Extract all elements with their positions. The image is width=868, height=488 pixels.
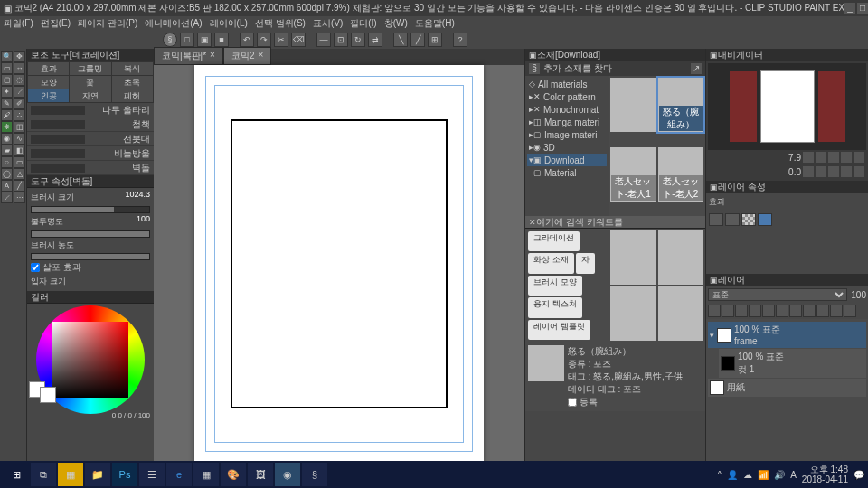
layer-item[interactable]: 用紙 xyxy=(708,379,866,397)
gradient-tool[interactable]: ◧ xyxy=(14,145,25,156)
menu-window[interactable]: 창(W) xyxy=(384,17,408,30)
layer-item[interactable]: 100 % 표준컷 1 xyxy=(719,349,866,378)
layer-item[interactable]: ▾ 100 % 표준frame xyxy=(708,322,866,348)
snap-icon[interactable]: ⊞ xyxy=(428,33,442,47)
correct-tool[interactable]: ⟋ xyxy=(1,192,13,203)
tab-close-icon[interactable]: × xyxy=(210,50,215,62)
zoom-tool[interactable]: 🔍 xyxy=(1,51,13,62)
fill-tool[interactable]: ▰ xyxy=(1,145,13,156)
undo-button[interactable]: ↶ xyxy=(240,33,254,47)
rotate-icon[interactable]: ↻ xyxy=(351,33,365,47)
layer-tool-icon[interactable] xyxy=(844,305,856,317)
taskbar-clock[interactable]: 오후 1:48 2018-04-11 xyxy=(802,465,848,484)
canvas-area[interactable] xyxy=(154,65,524,463)
material-thumb[interactable] xyxy=(610,286,656,341)
material-thumb[interactable] xyxy=(610,230,656,285)
wand-tool[interactable]: ✦ xyxy=(1,86,13,98)
layer-move-tool[interactable]: ↔ xyxy=(14,62,25,74)
page[interactable] xyxy=(194,65,484,463)
nav-rotate-right-icon[interactable] xyxy=(816,166,826,177)
operation-tool[interactable]: ▭ xyxy=(1,62,13,74)
nav-rotate-left-icon[interactable] xyxy=(803,166,814,177)
pen-tool[interactable]: ✎ xyxy=(1,98,13,109)
tray-people-icon[interactable]: 👤 xyxy=(727,470,738,480)
blend-mode-select[interactable]: 표준 xyxy=(708,288,847,301)
color-swatches[interactable] xyxy=(29,381,56,403)
brush-item[interactable]: 전봇대 xyxy=(27,132,154,146)
zoom-fit-icon[interactable]: ⊡ xyxy=(334,33,348,47)
effect-tone-icon[interactable] xyxy=(725,213,740,226)
line-tool[interactable]: ╱ xyxy=(14,180,25,192)
taskbar-app[interactable]: 🖼 xyxy=(248,463,273,486)
taskbar-app[interactable]: ☰ xyxy=(139,463,165,486)
move-tool[interactable]: ✥ xyxy=(14,51,25,62)
subtool-tab[interactable]: 인공 xyxy=(28,89,69,102)
subtool-tab[interactable]: 폐허 xyxy=(112,89,153,102)
menu-file[interactable]: 파일(F) xyxy=(4,17,33,30)
layer-tool-icon[interactable] xyxy=(816,305,829,317)
effect-color-icon[interactable] xyxy=(758,213,772,226)
material-thumb[interactable]: 老人セット-老人1 xyxy=(610,147,656,202)
material-thumb[interactable] xyxy=(658,230,704,285)
taskbar-app[interactable]: ▦ xyxy=(193,463,219,486)
taskbar-app[interactable]: e xyxy=(166,463,192,486)
flip-icon[interactable]: ⇄ xyxy=(368,33,382,47)
maximize-button[interactable]: □ xyxy=(857,3,868,14)
nav-icon[interactable] xyxy=(854,166,864,177)
tag-chip[interactable]: 화상 소재 xyxy=(528,253,574,273)
document-tab[interactable]: 코믹2× xyxy=(223,47,271,65)
register-checkbox[interactable]: 등록 xyxy=(568,396,683,408)
cut-button[interactable]: ✂ xyxy=(274,33,288,47)
new-button[interactable]: □ xyxy=(180,33,194,47)
opacity-slider[interactable] xyxy=(31,230,150,238)
ruler-icon[interactable]: ╲ xyxy=(393,33,408,47)
redo-button[interactable]: ↷ xyxy=(257,33,271,47)
nav-zoom-in-icon[interactable] xyxy=(816,152,826,163)
brush-size-value[interactable]: 1024.3 xyxy=(125,190,150,205)
text-tool[interactable]: A xyxy=(1,180,13,192)
figure-tool[interactable]: ○ xyxy=(1,156,13,168)
misc-tool[interactable]: ⋯ xyxy=(14,192,25,203)
subtool-tab[interactable]: 꽃 xyxy=(70,76,110,89)
notification-icon[interactable]: 💬 xyxy=(854,470,864,480)
airbrush-tool[interactable]: ∴ xyxy=(14,109,25,121)
menu-selection[interactable]: 선택 범위(S) xyxy=(255,17,306,30)
tree-item[interactable]: ▸◉ 3D xyxy=(527,141,607,154)
pencil-tool[interactable]: ✐ xyxy=(14,98,25,109)
menu-edit[interactable]: 편집(E) xyxy=(41,17,71,30)
menu-layer[interactable]: 레이어(L) xyxy=(210,17,248,30)
taskbar-app[interactable]: ◉ xyxy=(275,463,300,486)
tag-chip[interactable]: 용지 텍스처 xyxy=(528,297,582,317)
layer-tool-icon[interactable] xyxy=(722,305,734,317)
taskbar-app[interactable]: 🎨 xyxy=(221,463,246,486)
blend-tool[interactable]: ◉ xyxy=(1,133,13,145)
subtool-tab[interactable]: 초목 xyxy=(112,76,153,89)
taskbar-app[interactable]: Ps xyxy=(112,463,137,486)
layer-tool-icon[interactable] xyxy=(735,305,748,317)
lasso-tool[interactable]: ◌ xyxy=(14,74,25,86)
brush-item[interactable]: 벽돌 xyxy=(27,161,154,175)
nav-angle-value[interactable]: 0.0 xyxy=(788,167,801,177)
menu-page[interactable]: 페이지 관리(P) xyxy=(78,17,137,30)
navigator-thumb[interactable] xyxy=(760,70,815,143)
menu-filter[interactable]: 필터(I) xyxy=(350,17,376,30)
open-button[interactable]: ▣ xyxy=(197,33,212,47)
start-button[interactable]: ⊞ xyxy=(4,463,29,486)
add-material-label[interactable]: 추가 소재를 찾다 xyxy=(543,62,612,75)
taskbar-app[interactable]: § xyxy=(302,463,327,486)
opacity-value[interactable]: 100 xyxy=(137,214,150,230)
tree-item[interactable]: ◇ All materials xyxy=(527,78,607,90)
scatter-checkbox[interactable]: 살포 효과 xyxy=(31,261,150,274)
density-slider[interactable] xyxy=(31,253,150,260)
eraser-tool[interactable]: ◫ xyxy=(14,121,25,133)
zoom-slider-icon[interactable]: — xyxy=(316,33,331,47)
nav-icon[interactable] xyxy=(841,166,852,177)
eyedropper-tool[interactable]: ⟋ xyxy=(14,86,25,98)
tray-ime-icon[interactable]: A xyxy=(790,470,797,480)
layer-tool-icon[interactable] xyxy=(830,305,843,317)
material-expand-icon[interactable]: ↗ xyxy=(691,63,702,74)
material-thumb[interactable] xyxy=(610,78,656,132)
ruler-tool[interactable]: △ xyxy=(14,168,25,180)
layer-opacity-value[interactable]: 100 xyxy=(851,290,866,300)
tag-chip[interactable]: 브러시 모양 xyxy=(528,276,582,296)
